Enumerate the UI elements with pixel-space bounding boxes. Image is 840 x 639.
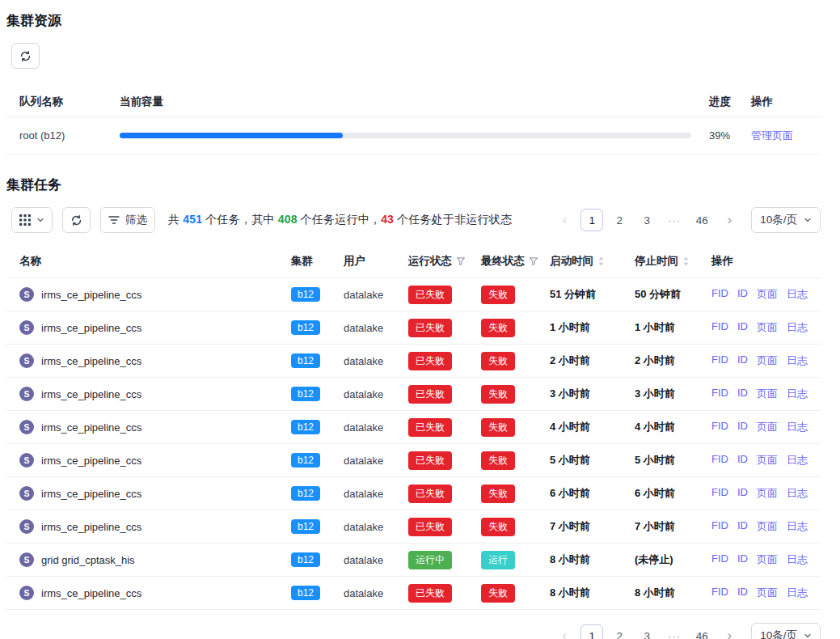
page-link[interactable]: 页面 [757,387,778,401]
refresh-icon [70,214,82,226]
sort-icon[interactable] [597,256,605,267]
table-row: S irms_ce_pipeline_ccs b12 datalake 已失败 … [6,444,821,477]
pagination-next-button[interactable]: › [718,209,741,231]
run-status-cell: 已失败 [408,418,481,437]
id-link[interactable]: ID [737,586,748,600]
filter-button-label: 筛选 [125,213,147,227]
table-row: S irms_ce_pipeline_ccs b12 datalake 已失败 … [6,378,821,411]
id-link[interactable]: ID [737,320,748,335]
id-link[interactable]: ID [737,486,748,501]
sort-icon[interactable] [682,256,690,267]
fid-link[interactable]: FID [711,287,728,302]
fid-link[interactable]: FID [711,353,728,368]
log-link[interactable]: 日志 [787,586,808,600]
manage-page-link[interactable]: 管理页面 [751,129,793,142]
task-name: irms_ce_pipeline_ccs [41,289,141,301]
filter-button[interactable]: 筛选 [100,207,155,233]
start-time-cell: 51 分钟前 [550,287,635,302]
id-link[interactable]: ID [737,287,748,302]
capacity-progress-fill [120,133,343,138]
id-link[interactable]: ID [737,353,748,368]
log-link[interactable]: 日志 [787,552,808,567]
page-button-1[interactable]: 1 [580,209,603,231]
task-name: irms_ce_pipeline_ccs [41,488,141,500]
columns-menu-button[interactable] [11,207,53,233]
page-button-3[interactable]: 3 [635,624,658,639]
page-button-46[interactable]: 46 [690,209,713,231]
page-link[interactable]: 页面 [757,287,778,302]
log-link[interactable]: 日志 [787,420,808,434]
id-link[interactable]: ID [737,552,748,567]
pagination-ellipsis[interactable]: ··· [663,624,686,639]
fid-link[interactable]: FID [711,486,728,501]
log-link[interactable]: 日志 [787,519,808,534]
log-link[interactable]: 日志 [787,353,808,368]
fid-link[interactable]: FID [711,387,728,401]
log-link[interactable]: 日志 [787,287,808,302]
page-button-46[interactable]: 46 [690,624,713,639]
page-link[interactable]: 页面 [757,420,778,434]
pagination-next-button[interactable]: › [718,624,741,639]
task-name: grid grid_cptask_his [41,554,135,566]
chevron-down-icon [804,216,812,224]
spark-avatar-icon: S [19,387,34,401]
filter-funnel-icon[interactable] [456,256,466,266]
final-status-badge: 失败 [481,352,515,370]
page-button-2[interactable]: 2 [608,624,631,639]
page-link[interactable]: 页面 [757,453,778,468]
run-status-cell: 已失败 [408,319,481,337]
pagination-bottom-bar: ‹123···46›10条/页 [6,623,821,639]
page-size-select[interactable]: 10条/页 [751,623,821,639]
run-status-badge: 已失败 [408,518,452,536]
fid-link[interactable]: FID [711,586,728,600]
pagination-ellipsis[interactable]: ··· [663,209,686,231]
id-link[interactable]: ID [737,420,748,434]
name-cell: S irms_ce_pipeline_ccs [19,586,291,600]
pagination-prev-button[interactable]: ‹ [553,624,576,639]
page-link[interactable]: 页面 [757,320,778,335]
page-link[interactable]: 页面 [757,586,778,600]
filter-funnel-icon[interactable] [529,256,538,266]
resources-refresh-button[interactable] [11,43,40,69]
fid-link[interactable]: FID [711,453,728,468]
page-link[interactable]: 页面 [757,519,778,534]
final-status-cell: 运行 [481,551,550,569]
page-size-select[interactable]: 10条/页 [751,207,821,233]
name-cell: S irms_ce_pipeline_ccs [19,453,291,468]
fid-link[interactable]: FID [711,420,728,434]
page-button-2[interactable]: 2 [608,209,631,231]
page-link[interactable]: 页面 [757,552,778,567]
fid-link[interactable]: FID [711,320,728,335]
final-status-badge: 失败 [481,485,515,503]
start-time-cell: 5 小时前 [550,453,635,468]
tasks-table-header: 名称 集群 用户 运行状态 最终状态 启动时间 [6,244,821,278]
spark-avatar-icon: S [19,552,34,567]
chevron-down-icon [36,216,44,224]
id-link[interactable]: ID [737,387,748,401]
log-link[interactable]: 日志 [787,320,808,335]
id-link[interactable]: ID [737,519,748,534]
final-status-badge: 失败 [481,286,515,304]
queue-row: root (b12) 39% 管理页面 [6,117,821,154]
fid-link[interactable]: FID [711,519,728,534]
page-button-3[interactable]: 3 [635,209,658,231]
user-cell: datalake [344,488,408,500]
tasks-refresh-button[interactable] [62,207,91,233]
final-status-badge: 失败 [481,385,515,404]
page-link[interactable]: 页面 [757,486,778,501]
spark-avatar-icon: S [19,353,34,368]
final-status-badge: 失败 [481,518,515,536]
log-link[interactable]: 日志 [787,453,808,468]
run-status-cell: 已失败 [408,385,481,404]
run-status-badge: 已失败 [408,584,452,603]
log-link[interactable]: 日志 [787,387,808,401]
id-link[interactable]: ID [737,453,748,468]
fid-link[interactable]: FID [711,552,728,567]
log-link[interactable]: 日志 [787,486,808,501]
capacity-cell [120,133,709,138]
row-actions: FID ID 页面 日志 [711,387,821,401]
page-button-1[interactable]: 1 [580,624,603,639]
pagination-prev-button[interactable]: ‹ [553,209,576,231]
page-link[interactable]: 页面 [757,353,778,368]
final-status-cell: 失败 [481,518,550,536]
